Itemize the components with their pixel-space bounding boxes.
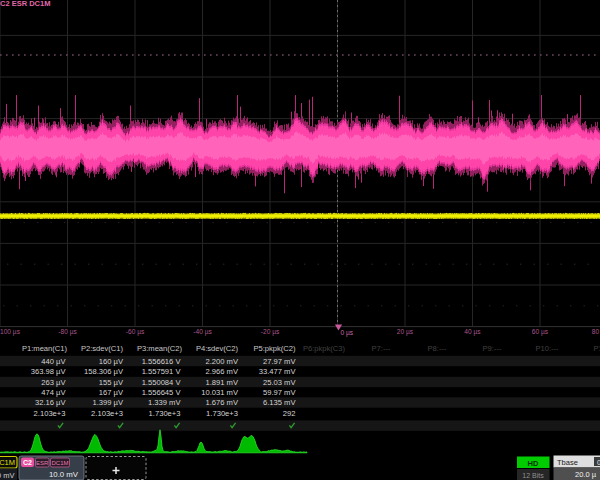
svg-text:32.16 µV: 32.16 µV bbox=[35, 398, 66, 407]
svg-text:1.557591 V: 1.557591 V bbox=[142, 367, 182, 376]
svg-text:12 Bits: 12 Bits bbox=[522, 472, 544, 479]
svg-text:1.730e+3: 1.730e+3 bbox=[206, 409, 238, 418]
svg-text:60 µs: 60 µs bbox=[532, 328, 549, 336]
svg-text:-20 µs: -20 µs bbox=[261, 328, 280, 336]
svg-text:40 µs: 40 µs bbox=[464, 328, 481, 336]
svg-text:292: 292 bbox=[283, 409, 296, 418]
svg-text:263 µV: 263 µV bbox=[41, 378, 66, 387]
svg-text:25.03 mV: 25.03 mV bbox=[263, 378, 296, 387]
svg-text:59.97 mV: 59.97 mV bbox=[263, 388, 296, 397]
svg-text:27.97 mV: 27.97 mV bbox=[263, 357, 296, 366]
svg-text:P2:sdev(C1): P2:sdev(C1) bbox=[81, 344, 124, 353]
svg-text:2.103e+3: 2.103e+3 bbox=[34, 409, 66, 418]
svg-text:1.339 mV: 1.339 mV bbox=[148, 398, 181, 407]
svg-text:P5:pkpk(C2): P5:pkpk(C2) bbox=[253, 344, 296, 353]
svg-text:167 µV: 167 µV bbox=[99, 388, 124, 397]
svg-text:1.556616 V: 1.556616 V bbox=[142, 357, 182, 366]
svg-text:Tbase: Tbase bbox=[557, 458, 578, 467]
svg-text:2.200 mV: 2.200 mV bbox=[205, 357, 238, 366]
svg-text:P11: P11 bbox=[594, 344, 600, 353]
svg-text:-60 µs: -60 µs bbox=[126, 328, 145, 336]
svg-text:10.031 mV: 10.031 mV bbox=[201, 388, 239, 397]
svg-text:158.306 µV: 158.306 µV bbox=[84, 367, 124, 376]
svg-text:80 µs: 80 µs bbox=[592, 328, 600, 336]
svg-text:P3:mean(C2): P3:mean(C2) bbox=[137, 344, 183, 353]
svg-text:-40 µs: -40 µs bbox=[193, 328, 212, 336]
svg-text:1.399 µV: 1.399 µV bbox=[92, 398, 123, 407]
svg-text:ESR: ESR bbox=[36, 460, 49, 466]
svg-text:C1M: C1M bbox=[0, 458, 15, 467]
svg-text:P4:sdev(C2): P4:sdev(C2) bbox=[196, 344, 239, 353]
svg-text:HD: HD bbox=[528, 459, 539, 468]
svg-text:20.0 µ: 20.0 µ bbox=[575, 470, 597, 479]
svg-text:P10:---: P10:--- bbox=[535, 344, 559, 353]
svg-text:10.0 mV: 10.0 mV bbox=[49, 470, 79, 479]
svg-text:1.676 mV: 1.676 mV bbox=[205, 398, 238, 407]
svg-text:P7:---: P7:--- bbox=[372, 344, 391, 353]
svg-text:1.891 mV: 1.891 mV bbox=[205, 378, 238, 387]
svg-text:C2: C2 bbox=[23, 459, 32, 466]
svg-text:440 µV: 440 µV bbox=[41, 357, 66, 366]
svg-text:1.550084 V: 1.550084 V bbox=[142, 378, 182, 387]
svg-text:2.966 mV: 2.966 mV bbox=[205, 367, 238, 376]
svg-text:20 µs: 20 µs bbox=[397, 328, 414, 336]
svg-text:363.98 µV: 363.98 µV bbox=[31, 367, 67, 376]
svg-text:33.477 mV: 33.477 mV bbox=[259, 367, 297, 376]
svg-text:C2 ESR DC1M: C2 ESR DC1M bbox=[0, 0, 50, 8]
svg-text:1.730e+3: 1.730e+3 bbox=[149, 409, 181, 418]
svg-text:100 µs: 100 µs bbox=[0, 328, 21, 336]
svg-text:.0 mV: .0 mV bbox=[0, 471, 15, 480]
svg-text:155 µV: 155 µV bbox=[99, 378, 124, 387]
svg-text:474 µV: 474 µV bbox=[41, 388, 66, 397]
svg-text:-80 µs: -80 µs bbox=[58, 328, 77, 336]
svg-text:160 µV: 160 µV bbox=[99, 357, 124, 366]
svg-text:P1:mean(C1): P1:mean(C1) bbox=[22, 344, 68, 353]
svg-text:6.135 mV: 6.135 mV bbox=[263, 398, 296, 407]
svg-text:P6:pkpk(C3): P6:pkpk(C3) bbox=[303, 344, 346, 353]
svg-text:0 µs: 0 µs bbox=[341, 329, 354, 337]
svg-text:DC1M: DC1M bbox=[51, 460, 68, 466]
svg-text:P9:---: P9:--- bbox=[483, 344, 502, 353]
svg-text:2.103e+3: 2.103e+3 bbox=[91, 409, 123, 418]
svg-text:1.556645 V: 1.556645 V bbox=[142, 388, 182, 397]
svg-text:P8:---: P8:--- bbox=[428, 344, 447, 353]
